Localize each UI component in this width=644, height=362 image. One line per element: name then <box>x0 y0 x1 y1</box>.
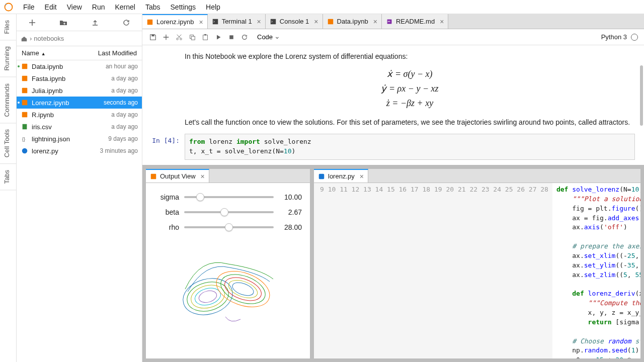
slider-track[interactable] <box>184 211 274 213</box>
save-button[interactable] <box>146 31 159 44</box>
add-cell-button[interactable] <box>159 31 173 44</box>
file-item[interactable]: R.ipynba day ago <box>17 109 142 121</box>
file-item[interactable]: iris.csva day ago <box>17 121 142 133</box>
nb-icon <box>21 86 29 95</box>
tab-label: Terminal 1 <box>222 18 252 25</box>
slider-thumb[interactable] <box>225 223 233 231</box>
sidebar-tab-commands[interactable]: Commands <box>0 77 16 123</box>
file-modified: a day ago <box>111 111 138 118</box>
slider-thumb[interactable] <box>196 193 204 201</box>
tab-label: README.md <box>396 18 435 25</box>
code-body[interactable]: def solve_lorenz(N=10, max_time=4.0, sig… <box>552 183 640 358</box>
sidebar-tab-tabs[interactable]: Tabs <box>0 164 16 190</box>
svg-rect-20 <box>204 34 206 35</box>
tab-terminal-1[interactable]: Terminal 1× <box>208 14 266 29</box>
scrollbar[interactable] <box>640 65 643 126</box>
close-icon[interactable]: × <box>199 19 203 26</box>
file-name: Data.ipynb <box>32 63 106 70</box>
run-button[interactable] <box>212 31 225 44</box>
file-name: Fasta.ipynb <box>32 75 111 82</box>
menubar: FileEditViewRunKernelTabsSettingsHelp <box>0 0 644 14</box>
breadcrumb-item[interactable]: notebooks <box>34 35 64 42</box>
tab-editor[interactable]: lorenz.py × <box>314 169 368 183</box>
notebook-content[interactable]: In this Notebook we explore the Lorenz s… <box>142 45 644 165</box>
close-icon[interactable]: × <box>201 173 205 180</box>
sidebar-tab-files[interactable]: Files <box>0 14 16 40</box>
tab-lorenz-ipynb[interactable]: Lorenz.ipynb× <box>142 14 208 29</box>
svg-point-15 <box>177 38 179 40</box>
close-icon[interactable]: × <box>360 173 364 180</box>
cut-button[interactable] <box>173 31 186 44</box>
slider-beta: beta2.67 <box>154 208 302 216</box>
fb-header: Name▲ Last Modified <box>17 46 142 60</box>
file-item[interactable]: lorenz.py3 minutes ago <box>17 145 142 157</box>
close-icon[interactable]: × <box>314 18 318 25</box>
svg-rect-19 <box>203 35 208 40</box>
svg-rect-4 <box>22 88 28 94</box>
main-tabbar: Lorenz.ipynb×Terminal 1×Console 1×Data.i… <box>142 14 644 29</box>
sort-by-name[interactable]: Name▲ <box>17 49 72 57</box>
close-icon[interactable]: × <box>373 18 377 25</box>
sidebar-tabs: FilesRunningCommandsCell ToolsTabs <box>0 14 17 362</box>
file-item[interactable]: Julia.ipynba day ago <box>17 84 142 97</box>
menu-edit[interactable]: Edit <box>40 1 62 13</box>
menu-view[interactable]: View <box>62 1 87 13</box>
menu-help[interactable]: Help <box>201 1 225 13</box>
kernel-name[interactable]: Python 3 <box>601 33 627 41</box>
restart-button[interactable] <box>238 31 251 44</box>
file-modified: an hour ago <box>106 63 138 70</box>
sort-by-modified[interactable]: Last Modified <box>72 49 142 57</box>
breadcrumb[interactable]: › notebooks <box>17 31 142 46</box>
refresh-button[interactable] <box>120 17 132 29</box>
svg-rect-18 <box>191 36 195 40</box>
close-icon[interactable]: × <box>440 18 444 25</box>
svg-rect-21 <box>229 35 233 39</box>
svg-point-9 <box>22 148 28 154</box>
term-icon <box>270 18 277 25</box>
paste-button[interactable] <box>199 31 212 44</box>
markdown-text: In this Notebook we explore the Lorenz s… <box>185 51 635 62</box>
new-folder-button[interactable] <box>57 17 69 29</box>
markdown-text: Let's call the function once to view the… <box>185 117 635 128</box>
code-input[interactable]: from lorenz import solve_lorenz t, x_t =… <box>185 134 635 160</box>
svg-point-32 <box>231 280 256 298</box>
menu-run[interactable]: Run <box>87 1 110 13</box>
sidebar-tab-running[interactable]: Running <box>0 40 16 77</box>
upload-button[interactable] <box>89 17 101 29</box>
file-item[interactable]: Fasta.ipynba day ago <box>17 72 142 84</box>
slider-track[interactable] <box>184 196 274 198</box>
code-cell[interactable]: In [4]: from lorenz import solve_lorenz … <box>151 134 635 160</box>
code-editor[interactable]: 9 10 11 12 13 14 15 16 17 18 19 20 21 22… <box>314 183 640 358</box>
kernel-status-icon[interactable] <box>631 34 638 41</box>
menu-tabs[interactable]: Tabs <box>140 1 166 13</box>
file-item[interactable]: Lorenz.ipynbseconds ago <box>17 97 142 109</box>
cell-type-select[interactable]: Code <box>251 32 282 42</box>
tab-console-1[interactable]: Console 1× <box>266 14 323 29</box>
menu-file[interactable]: File <box>18 1 40 13</box>
tab-readme-md[interactable]: README.md× <box>382 14 448 29</box>
stop-button[interactable] <box>225 31 238 44</box>
term-icon <box>212 18 219 25</box>
menu-kernel[interactable]: Kernel <box>110 1 140 13</box>
file-browser: › notebooks Name▲ Last Modified Data.ipy… <box>17 14 142 362</box>
slider-track[interactable] <box>184 226 274 228</box>
slider-thumb[interactable] <box>220 208 228 216</box>
menu-settings[interactable]: Settings <box>166 1 201 13</box>
file-name: lorenz.py <box>32 147 100 155</box>
tab-output-view[interactable]: Output View × <box>146 169 209 183</box>
slider-label: rho <box>154 223 184 231</box>
sidebar-tab-cell-tools[interactable]: Cell Tools <box>0 123 16 164</box>
new-launcher-button[interactable] <box>26 17 38 29</box>
file-modified: 9 days ago <box>108 135 138 142</box>
svg-rect-33 <box>319 173 325 179</box>
tab-data-ipynb[interactable]: Data.ipynb× <box>323 14 382 29</box>
svg-point-29 <box>217 269 269 309</box>
svg-text:{}: {} <box>22 136 26 142</box>
copy-button[interactable] <box>186 31 199 44</box>
file-item[interactable]: Data.ipynban hour ago <box>17 60 142 72</box>
markdown-cell[interactable]: In this Notebook we explore the Lorenz s… <box>151 47 635 134</box>
file-item[interactable]: {}lightning.json9 days ago <box>17 133 142 145</box>
lorenz-plot <box>154 241 302 332</box>
close-icon[interactable]: × <box>257 18 261 25</box>
slider-label: sigma <box>154 193 184 201</box>
